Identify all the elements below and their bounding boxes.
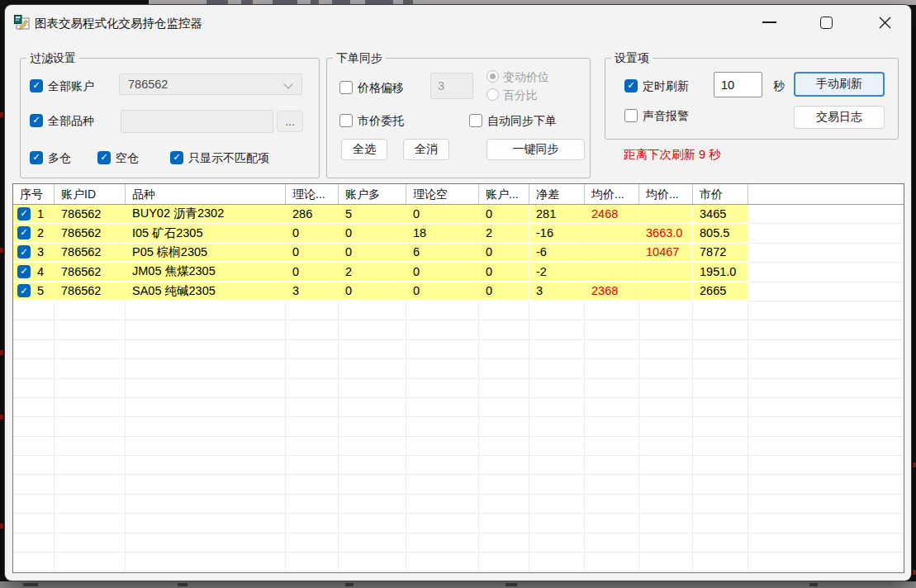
cell-avg_short: [639, 282, 693, 301]
empty-cell: [406, 514, 479, 533]
offset-value-input[interactable]: 3: [430, 73, 473, 99]
column-header-net_diff[interactable]: 净差: [529, 184, 585, 204]
empty-table-row: [13, 456, 904, 475]
cancel-all-button[interactable]: 全消: [403, 139, 449, 160]
positions-table[interactable]: 序号账户ID品种理论...账户多理论空账户...净差均价...均价...市价 1…: [12, 183, 904, 573]
row-checkbox[interactable]: [17, 207, 31, 220]
market-order-checkbox[interactable]: [339, 114, 353, 127]
cell-acct_long: 5: [339, 205, 406, 224]
empty-cell: [126, 301, 286, 320]
empty-cell: [529, 533, 585, 552]
price-offset-checkbox[interactable]: [339, 81, 353, 94]
cell-avg_long: 2368: [585, 282, 639, 301]
column-header-seq[interactable]: 序号: [13, 184, 55, 204]
empty-cell: [406, 552, 479, 571]
market-order-label: 市价委托: [358, 114, 404, 129]
sound-alarm-label: 声音报警: [643, 109, 689, 124]
column-header-avg_short[interactable]: 均价...: [639, 184, 693, 204]
one-key-sync-button[interactable]: 一键同步: [486, 139, 585, 160]
empty-cell: [286, 514, 339, 533]
column-header-account[interactable]: 账户ID: [55, 184, 126, 204]
table-row[interactable]: 5786562SA05 纯碱23053000323682665: [13, 282, 904, 301]
background-artifact: [913, 462, 916, 467]
empty-cell: [748, 475, 904, 494]
account-select[interactable]: 786562: [119, 74, 302, 95]
short-positions-checkbox[interactable]: [97, 151, 111, 164]
app-window: 图表交易程式化交易持仓监控器 过滤设置 全部账户 786562 全部品种 ...…: [5, 5, 911, 581]
empty-cell: [693, 398, 748, 417]
empty-cell: [13, 301, 55, 320]
mismatch-only-checkbox[interactable]: [170, 151, 183, 164]
background-artifact: [0, 524, 3, 529]
table-row[interactable]: 2786562I05 矿石230500182-163663.0805.5: [13, 224, 904, 243]
percent-radio[interactable]: [486, 88, 499, 101]
account-select-value: 786562: [128, 78, 168, 91]
all-accounts-checkbox[interactable]: [30, 79, 43, 92]
empty-table-row: [13, 398, 904, 417]
empty-cell: [585, 320, 639, 339]
table-row[interactable]: 3786562P05 棕榈23050060-6104677872: [13, 244, 904, 263]
empty-cell: [693, 359, 748, 378]
cell-acct_long: 2: [339, 263, 406, 282]
refresh-interval-input[interactable]: 10: [714, 72, 762, 97]
empty-cell: [479, 437, 529, 456]
empty-cell: [339, 398, 406, 417]
empty-cell: [286, 495, 339, 514]
row-checkbox[interactable]: [17, 226, 31, 239]
browse-products-button[interactable]: ...: [277, 111, 303, 132]
empty-cell: [339, 552, 406, 571]
empty-cell: [406, 533, 479, 552]
empty-table-row: [13, 320, 904, 339]
minimize-icon: [762, 21, 776, 23]
trade-log-button[interactable]: 交易日志: [794, 106, 885, 129]
cell-theo_long: 0: [286, 263, 339, 282]
column-header-market[interactable]: 市价: [693, 184, 748, 204]
background-artifact: [0, 248, 3, 253]
select-all-button[interactable]: 全选: [341, 139, 387, 160]
product-input[interactable]: [121, 110, 273, 133]
empty-cell: [639, 495, 693, 514]
empty-cell: [639, 533, 693, 552]
timed-refresh-checkbox[interactable]: [624, 79, 638, 92]
column-header-theo_long[interactable]: 理论...: [286, 184, 339, 204]
title-bar[interactable]: 图表交易程式化交易持仓监控器: [5, 5, 911, 40]
close-button[interactable]: [866, 5, 904, 40]
column-header-product[interactable]: 品种: [126, 184, 286, 204]
window-title: 图表交易程式化交易持仓监控器: [35, 16, 202, 31]
empty-cell: [585, 437, 639, 456]
empty-cell: [339, 514, 406, 533]
empty-cell: [748, 495, 904, 514]
empty-cell: [585, 379, 639, 398]
cell-product: P05 棕榈2305: [126, 244, 286, 263]
auto-sync-checkbox[interactable]: [469, 114, 482, 127]
sound-alarm-checkbox[interactable]: [624, 109, 638, 122]
empty-cell: [693, 320, 748, 339]
all-products-checkbox[interactable]: [30, 114, 43, 127]
table-row[interactable]: 4786562JM05 焦煤23050200-21951.0: [13, 263, 904, 282]
minimize-button[interactable]: [750, 5, 788, 40]
manual-refresh-button[interactable]: 手动刷新: [794, 72, 885, 97]
table-row[interactable]: 1786562BUY02 沥青230228650028124683465: [13, 205, 904, 224]
row-seq: 1: [37, 207, 44, 220]
empty-cell: [126, 475, 286, 494]
column-header-avg_long[interactable]: 均价...: [585, 184, 639, 204]
cell-acct_short: 2: [479, 224, 529, 243]
column-header-acct_long[interactable]: 账户多: [339, 184, 406, 204]
empty-cell: [529, 475, 585, 494]
cancel-all-label: 全消: [415, 142, 438, 157]
empty-cell: [406, 301, 479, 320]
cell-account: 786562: [55, 205, 126, 224]
column-header-theo_short[interactable]: 理论空: [406, 184, 479, 204]
row-checkbox[interactable]: [17, 245, 31, 258]
empty-cell: [693, 495, 748, 514]
empty-cell: [55, 301, 126, 320]
cell-net_diff: -6: [529, 244, 585, 263]
row-checkbox[interactable]: [17, 284, 31, 297]
empty-cell: [693, 456, 748, 475]
tick-price-radio[interactable]: [486, 70, 499, 83]
column-header-acct_short[interactable]: 账户...: [479, 184, 529, 204]
column-header-filler[interactable]: [748, 184, 904, 204]
maximize-button[interactable]: [807, 5, 845, 40]
row-checkbox[interactable]: [17, 265, 31, 278]
long-positions-checkbox[interactable]: [30, 151, 43, 164]
